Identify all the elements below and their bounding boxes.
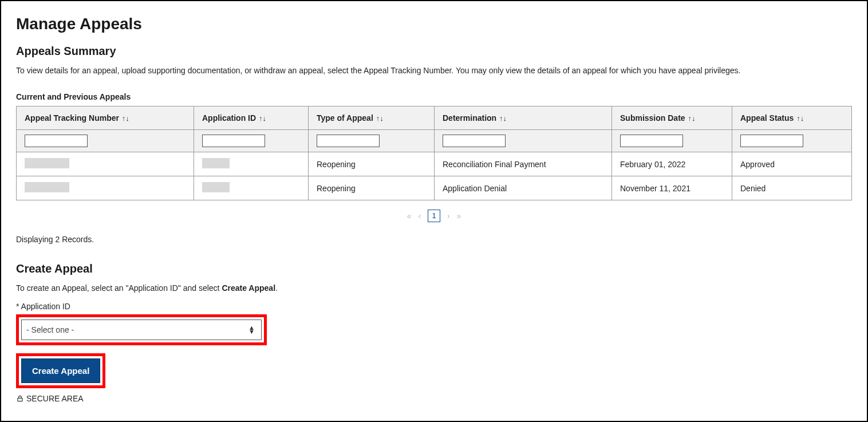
summary-heading: Appeals Summary: [16, 45, 852, 58]
app-id-label: * Application ID: [16, 302, 852, 311]
sort-icon: ↑↓: [376, 114, 384, 123]
create-appeal-button[interactable]: Create Appeal: [21, 358, 100, 383]
col-header-status[interactable]: Appeal Status ↑↓: [732, 107, 852, 130]
sort-icon: ↑↓: [122, 114, 129, 123]
sort-icon: ↑↓: [499, 114, 507, 123]
filter-tracking[interactable]: [25, 135, 88, 147]
filter-app-id[interactable]: [202, 135, 265, 147]
create-description: To create an Appeal, select an "Applicat…: [16, 283, 852, 293]
table-row: Reopening Application Denial November 11…: [17, 176, 852, 200]
page-first-icon[interactable]: «: [407, 211, 412, 220]
svg-rect-0: [18, 398, 22, 401]
page-title: Manage Appeals: [16, 15, 852, 33]
secure-area-label: SECURE AREA: [16, 394, 852, 403]
summary-description: To view details for an appeal, upload su…: [16, 66, 852, 75]
create-heading: Create Appeal: [16, 262, 852, 275]
records-count: Displaying 2 Records.: [16, 235, 852, 244]
cell-determination: Application Denial: [435, 176, 612, 200]
highlight-select: - Select one - ▲▼: [16, 314, 267, 345]
application-id-select[interactable]: - Select one -: [21, 320, 262, 340]
redacted-app-id: [202, 182, 230, 192]
cell-determination: Reconciliation Final Payment: [435, 152, 612, 176]
table-caption: Current and Previous Appeals: [16, 92, 852, 101]
col-header-app-id[interactable]: Application ID ↑↓: [194, 107, 309, 130]
col-header-determination[interactable]: Determination ↑↓: [435, 107, 612, 130]
filter-status[interactable]: [740, 135, 803, 147]
cell-submission: February 01, 2022: [612, 152, 732, 176]
lock-icon: [16, 395, 24, 403]
page-next-icon[interactable]: ›: [447, 211, 450, 220]
redacted-tracking: [25, 158, 69, 168]
filter-determination[interactable]: [443, 135, 506, 147]
sort-icon: ↑↓: [259, 114, 266, 123]
pagination: « ‹ 1 › »: [16, 210, 852, 222]
filter-submission[interactable]: [620, 135, 683, 147]
col-header-type[interactable]: Type of Appeal ↑↓: [309, 107, 435, 130]
cell-type: Reopening: [309, 152, 435, 176]
table-row: Reopening Reconciliation Final Payment F…: [17, 152, 852, 176]
page-last-icon[interactable]: »: [456, 211, 461, 220]
col-header-submission[interactable]: Submission Date ↑↓: [612, 107, 732, 130]
cell-status: Approved: [732, 152, 852, 176]
sort-icon: ↑↓: [796, 114, 804, 123]
filter-type[interactable]: [317, 135, 380, 147]
redacted-tracking: [25, 182, 69, 192]
cell-submission: November 11, 2021: [612, 176, 732, 200]
page-number[interactable]: 1: [428, 210, 440, 222]
sort-icon: ↑↓: [688, 114, 695, 123]
cell-status: Denied: [732, 176, 852, 200]
col-header-tracking[interactable]: Appeal Tracking Number ↑↓: [17, 107, 194, 130]
appeals-table: Appeal Tracking Number ↑↓ Application ID…: [16, 106, 852, 200]
highlight-button: Create Appeal: [16, 353, 105, 388]
cell-type: Reopening: [309, 176, 435, 200]
redacted-app-id: [202, 158, 230, 168]
page-prev-icon[interactable]: ‹: [418, 211, 421, 220]
